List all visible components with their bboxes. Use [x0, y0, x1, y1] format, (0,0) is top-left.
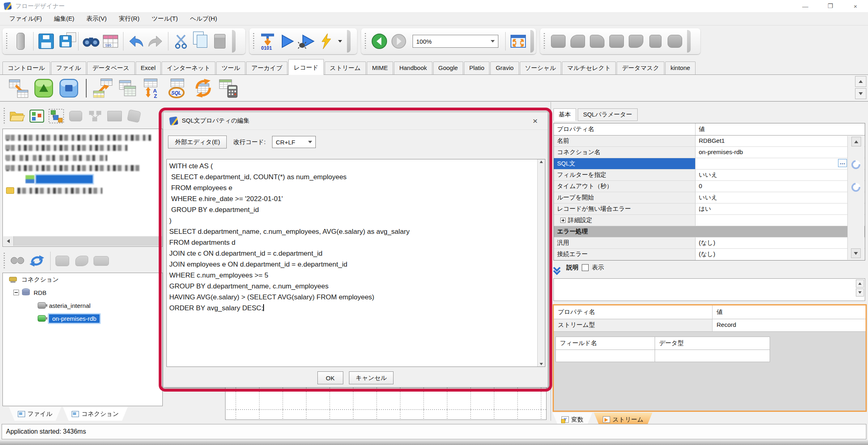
tab-excel[interactable]: Excel	[136, 61, 161, 74]
new-project-icon[interactable]	[11, 31, 30, 51]
dialog-close-icon[interactable]: ×	[529, 116, 541, 126]
redo-icon[interactable]	[146, 31, 165, 51]
property-row-sql-statement[interactable]: SQL文 …	[554, 158, 865, 170]
scroll-up-button[interactable]	[856, 280, 864, 288]
property-row-start-loop[interactable]: ループを開始 いいえ	[554, 192, 865, 203]
paste-icon[interactable]	[210, 31, 230, 51]
cut-icon[interactable]	[171, 31, 191, 51]
stream-row-stream-type[interactable]: ストリーム型 Record	[554, 319, 866, 332]
record-sort-component-icon[interactable]: A Z	[143, 78, 164, 99]
tab-files[interactable]: ファイル	[9, 407, 61, 421]
property-row-connection-error[interactable]: 接続エラー (なし)	[554, 249, 865, 260]
field-name-cell[interactable]	[555, 350, 655, 362]
file-tree-hscrollbar[interactable]	[3, 236, 162, 246]
palette-scroll-down-button[interactable]	[855, 88, 866, 99]
show-description-checkbox[interactable]	[582, 264, 589, 271]
save-all-icon[interactable]	[56, 31, 75, 51]
tree-item-connections-root[interactable]: コネクション	[3, 273, 162, 286]
toolbar-grip[interactable]	[253, 32, 255, 50]
execute-icon[interactable]	[316, 31, 336, 51]
property-row-timeout[interactable]: タイムアウト（秒） 0	[554, 181, 865, 192]
minimize-button[interactable]: —	[793, 0, 818, 12]
collapse-icon[interactable]	[13, 290, 19, 295]
description-textbox[interactable]	[553, 278, 865, 301]
fields-table-empty-row[interactable]	[555, 350, 866, 362]
connection-icon[interactable]	[9, 252, 26, 270]
tab-handbook[interactable]: Handbook	[394, 61, 432, 74]
expand-icon[interactable]	[560, 218, 566, 223]
tree-item-on-premises-rdb[interactable]: on-premises-rdb	[3, 312, 162, 325]
tab-platio[interactable]: Platio	[464, 61, 490, 74]
menu-edit[interactable]: 編集(E)	[48, 13, 81, 25]
ok-button[interactable]: OK	[317, 371, 343, 384]
scroll-left-button[interactable]	[3, 236, 14, 246]
sql-editor[interactable]: WITH cte AS ( SELECT e.department_id, CO…	[166, 159, 545, 367]
stream-variable-icon[interactable]	[850, 159, 862, 171]
sql-text[interactable]: WITH cte AS ( SELECT e.department_id, CO…	[167, 159, 545, 315]
property-row-generic-error[interactable]: 汎用 (なし)	[554, 237, 865, 249]
back-icon[interactable]	[370, 31, 389, 51]
scroll-down-button[interactable]	[851, 248, 861, 258]
end-component-icon[interactable]	[58, 78, 79, 99]
sql-editor-scrollbar[interactable]	[537, 159, 545, 367]
zoom-combobox[interactable]: 100%	[413, 35, 498, 48]
data-type-cell[interactable]	[655, 350, 770, 362]
tree-item-rdb-group[interactable]: RDB	[3, 286, 162, 299]
stream-variable-icon[interactable]	[850, 181, 862, 194]
property-row-error-when-no-record[interactable]: レコードが無い場合エラー はい	[554, 203, 865, 215]
scroll-up-button[interactable]	[851, 137, 861, 146]
tab-control[interactable]: コントロール	[2, 61, 50, 74]
record-get-component-icon[interactable]	[8, 78, 29, 99]
undo-icon[interactable]	[126, 31, 146, 51]
refresh-icon[interactable]	[28, 252, 46, 270]
run-options-dropdown-icon[interactable]	[338, 40, 342, 42]
tab-record[interactable]: レコード	[288, 59, 323, 75]
menu-file[interactable]: ファイル(F)	[3, 13, 48, 25]
tab-google[interactable]: Google	[433, 61, 463, 74]
blurred-flow-item[interactable]	[6, 155, 107, 161]
property-row-name[interactable]: 名前 RDBGet1	[554, 136, 865, 147]
tab-connections[interactable]: コネクション	[63, 407, 128, 421]
tab-database[interactable]: データベース	[87, 61, 134, 74]
menu-tools[interactable]: ツール(T)	[145, 13, 184, 25]
tab-datamask[interactable]: データマスク	[617, 61, 664, 74]
restore-button[interactable]: ❐	[818, 0, 843, 12]
system-variables-icon[interactable]: 595	[101, 31, 120, 51]
record-sql-component-icon[interactable]: SQL	[168, 78, 189, 99]
start-component-icon[interactable]	[33, 78, 54, 99]
tree-item-asteria-internal[interactable]: asteria_internal	[3, 299, 162, 312]
copy-icon[interactable]	[191, 31, 210, 51]
toolbar-grip[interactable]	[3, 107, 5, 125]
run-icon[interactable]	[277, 31, 297, 51]
record-convert-component-icon[interactable]	[193, 78, 214, 99]
toolbar-grip[interactable]	[3, 252, 5, 270]
record-join-component-icon[interactable]	[117, 78, 138, 99]
close-button[interactable]: ×	[843, 0, 868, 12]
blurred-flow-item[interactable]	[6, 135, 151, 141]
record-aggregate-component-icon[interactable]	[218, 78, 239, 99]
tab-multiselect[interactable]: マルチセレクト	[562, 61, 616, 74]
menu-help[interactable]: ヘルプ(H)	[184, 13, 223, 25]
tab-file[interactable]: ファイル	[51, 61, 86, 74]
forward-icon[interactable]	[389, 31, 408, 51]
tab-social[interactable]: ソーシャル	[520, 61, 561, 74]
tab-mime[interactable]: MIME	[367, 61, 393, 74]
compile-icon[interactable]: 0101	[258, 31, 277, 51]
double-chevron-down-icon[interactable]	[554, 265, 559, 270]
blurred-flow-item[interactable]	[6, 145, 128, 151]
tab-basic[interactable]: 基本	[553, 108, 576, 121]
blurred-folder-item[interactable]	[6, 187, 162, 194]
blurred-flow-item[interactable]	[6, 165, 140, 171]
tab-sql-parameters[interactable]: SQLパラメーター	[578, 108, 637, 121]
toolbar-grip[interactable]	[364, 32, 366, 50]
component-palette-icon[interactable]	[28, 107, 46, 125]
external-editor-button[interactable]: 外部エディタ(E)	[168, 136, 227, 148]
scroll-down-button[interactable]	[856, 288, 864, 297]
tab-kintone[interactable]: kintone	[665, 61, 695, 74]
menu-view[interactable]: 表示(V)	[81, 13, 113, 25]
property-row-connection-name[interactable]: コネクション名 on-premises-rdb	[554, 147, 865, 158]
palette-scroll-up-button[interactable]	[855, 76, 866, 87]
flow-icon[interactable]	[47, 107, 65, 125]
linebreak-code-select[interactable]: CR+LF	[272, 136, 316, 148]
open-folder-icon[interactable]	[9, 107, 26, 125]
